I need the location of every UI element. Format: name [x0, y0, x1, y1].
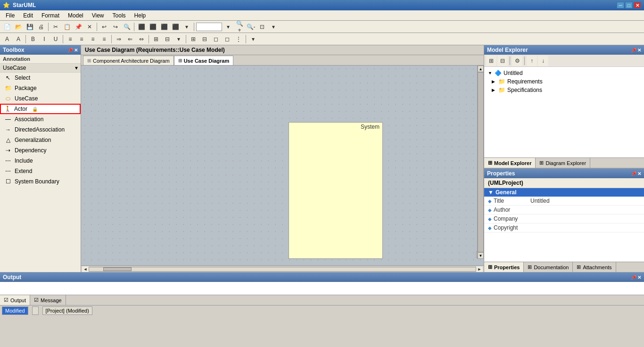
prop-tab-documentation[interactable]: ⊞ Documentation — [524, 262, 573, 272]
tree-expand-specifications[interactable]: ▶ — [492, 88, 496, 92]
tb2-btn-20[interactable]: ⋮ — [233, 34, 244, 44]
toolbox-include[interactable]: ⋯ Include — [0, 156, 81, 166]
vscroll-down-btn[interactable]: ▼ — [478, 252, 484, 259]
paste-button[interactable]: 📌 — [73, 22, 83, 32]
me-sort-btn-2[interactable]: ⊟ — [497, 56, 508, 66]
vscroll-up-btn[interactable]: ▲ — [478, 66, 484, 72]
tb2-btn-15[interactable]: ▾ — [173, 34, 184, 44]
tb2-btn-3[interactable]: B — [28, 34, 38, 44]
tree-expand-requirements[interactable]: ▶ — [492, 79, 496, 84]
toolbox-generalization[interactable]: △ Generalization — [0, 135, 81, 145]
prop-row-company[interactable]: ◆ Company — [484, 215, 644, 223]
tool-btn-4[interactable]: ⬛ — [170, 22, 181, 32]
save-button[interactable]: 💾 — [25, 22, 35, 32]
output-tab-message[interactable]: ☑ Message — [30, 295, 66, 305]
toolbox-package[interactable]: 📁 Package — [0, 83, 81, 93]
tree-requirements[interactable]: ▶ 📁 Requirements — [484, 77, 644, 86]
zoom-control[interactable]: 100% ▾ — [196, 22, 233, 32]
prop-section-general[interactable]: ▼ General — [484, 188, 644, 197]
model-explorer-content[interactable]: ▼ 🔷 Untitled ▶ 📁 Requirements ▶ 📁 Specif… — [484, 67, 644, 157]
prop-row-title[interactable]: ◆ Title Untitled — [484, 197, 644, 206]
actual-size-btn[interactable]: ▾ — [268, 22, 279, 32]
menu-view[interactable]: View — [88, 11, 108, 20]
new-button[interactable]: 📄 — [2, 22, 12, 32]
me-sort-btn[interactable]: ⊞ — [486, 56, 496, 66]
diagram-scrollbar-h[interactable]: ◄ ► — [81, 265, 484, 272]
cut-button[interactable]: ✂ — [50, 22, 61, 32]
me-down-btn[interactable]: ↓ — [538, 56, 548, 66]
tool-btn-1[interactable]: ⬛ — [136, 22, 147, 32]
tb2-btn-21[interactable]: ▾ — [248, 34, 258, 44]
tree-specifications[interactable]: ▶ 📁 Specifications — [484, 86, 644, 94]
toolbox-header-controls[interactable]: 📌 ✕ — [67, 48, 78, 53]
tb2-btn-10[interactable]: ⇒ — [114, 34, 124, 44]
menu-model[interactable]: Model — [64, 11, 87, 20]
prop-pin-icon[interactable]: 📌 — [631, 171, 636, 176]
output-content[interactable] — [0, 282, 644, 295]
tb2-btn-19[interactable]: ◻ — [222, 34, 232, 44]
menu-help[interactable]: Help — [131, 11, 150, 20]
me-header-controls[interactable]: 📌 ✕ — [631, 48, 641, 53]
prop-row-copyright[interactable]: ◆ Copyright — [484, 223, 644, 232]
toolbox-pin-icon[interactable]: 📌 — [67, 48, 73, 53]
zoom-in-btn[interactable]: 🔍+ — [234, 22, 245, 32]
prop-tab-attachments[interactable]: ⊞ Attachments — [573, 262, 616, 272]
me-tab-model[interactable]: ⊞ Model Explorer — [484, 158, 536, 168]
tb2-btn-13[interactable]: ⊞ — [151, 34, 161, 44]
diagram-canvas[interactable]: System + — [81, 66, 484, 265]
diagram-vscrollbar[interactable]: ▲ ▼ — [477, 66, 484, 259]
me-up-btn[interactable]: ↑ — [527, 56, 537, 66]
tb2-btn-1[interactable]: A — [2, 34, 12, 44]
menu-format[interactable]: Format — [38, 11, 63, 20]
tb2-btn-6[interactable]: ≡ — [65, 34, 75, 44]
menu-tools[interactable]: Tools — [109, 11, 130, 20]
fit-btn[interactable]: ⊡ — [257, 22, 267, 32]
tb2-btn-11[interactable]: ⇐ — [125, 34, 135, 44]
print-button[interactable]: 🖨 — [36, 22, 46, 32]
hscroll-right-btn[interactable]: ► — [476, 266, 483, 272]
toolbox-usecase[interactable]: ⬭ UseCase — [0, 93, 81, 104]
output-close-icon[interactable]: ✕ — [637, 275, 641, 280]
menu-edit[interactable]: Edit — [19, 11, 37, 20]
output-header-controls[interactable]: 📌 ✕ — [631, 275, 641, 280]
minimize-button[interactable]: ─ — [617, 2, 624, 8]
toolbox-directed-association[interactable]: → DirectedAssociation — [0, 124, 81, 135]
tb2-btn-16[interactable]: ⊞ — [188, 34, 198, 44]
output-pin-icon[interactable]: 📌 — [631, 275, 636, 280]
tab-usecase-diagram[interactable]: ⊞ Use Case Diagram — [174, 56, 234, 65]
tree-untitled[interactable]: ▼ 🔷 Untitled — [484, 69, 644, 77]
toolbox-dependency[interactable]: ⇢ Dependency — [0, 145, 81, 156]
me-close-icon[interactable]: ✕ — [637, 48, 641, 53]
hscroll-thumb[interactable] — [103, 267, 132, 271]
toolbox-close-icon[interactable]: ✕ — [74, 48, 78, 53]
tb2-btn-18[interactable]: ◻ — [211, 34, 221, 44]
tb2-btn-4[interactable]: I — [39, 34, 50, 44]
zoom-out-btn[interactable]: 🔍- — [246, 22, 256, 32]
toolbox-usecase-header[interactable]: UseCase ▾ — [0, 64, 81, 73]
tb2-btn-9[interactable]: ≡ — [99, 34, 109, 44]
tb2-btn-8[interactable]: ≡ — [88, 34, 98, 44]
redo-button[interactable]: ↪ — [110, 22, 121, 32]
tool-btn-5[interactable]: ▾ — [182, 22, 192, 32]
vscroll-track[interactable] — [478, 72, 484, 252]
prop-tab-properties[interactable]: ⊞ Properties — [484, 262, 524, 272]
prop-row-author[interactable]: ◆ Author — [484, 206, 644, 215]
toolbox-actor[interactable]: 🚶 Actor 🔒 — [0, 104, 81, 114]
delete-button[interactable]: ✕ — [84, 22, 95, 32]
toolbox-association[interactable]: — Association — [0, 114, 81, 124]
menu-file[interactable]: File — [2, 11, 18, 20]
tab-component-diagram[interactable]: ⊞ Component Architecture Diagram — [83, 56, 174, 65]
toolbox-extend[interactable]: ⋯ Extend — [0, 166, 81, 176]
zoom-dropdown[interactable]: ▾ — [223, 22, 233, 32]
tb2-btn-14[interactable]: ⊟ — [162, 34, 173, 44]
hscroll-left-btn[interactable]: ◄ — [82, 266, 89, 272]
tb2-btn-2[interactable]: A — [13, 34, 24, 44]
title-controls[interactable]: ─ □ ✕ — [617, 2, 641, 8]
tool-btn-3[interactable]: ⬛ — [159, 22, 169, 32]
prop-close-icon[interactable]: ✕ — [637, 171, 641, 176]
toolbox-select[interactable]: ↖ Select — [0, 73, 81, 83]
tb2-btn-5[interactable]: U — [50, 34, 61, 44]
open-button[interactable]: 📂 — [13, 22, 24, 32]
tb2-btn-17[interactable]: ⊟ — [199, 34, 210, 44]
hscroll-track[interactable] — [89, 267, 476, 272]
